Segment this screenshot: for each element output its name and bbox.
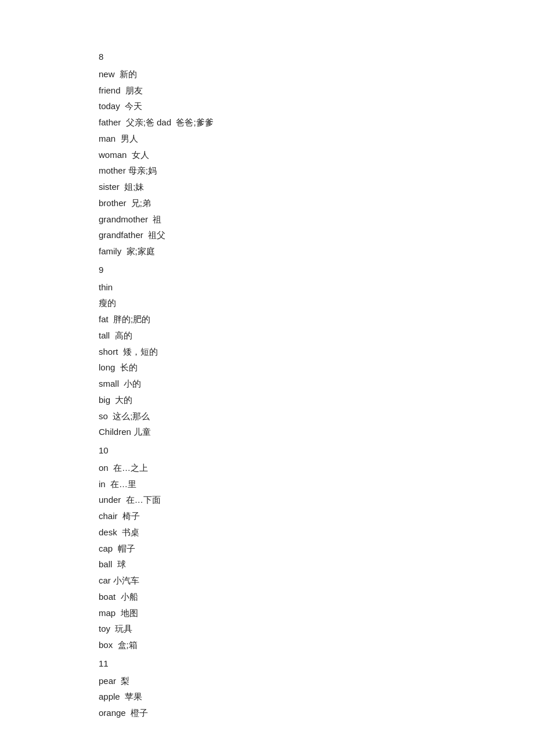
section-number-8: 8 [99,49,534,65]
vocab-line: man 男人 [99,131,534,147]
vocab-line: woman 女人 [99,147,534,163]
vocab-line: chair 椅子 [99,508,534,524]
vocab-line: boat 小船 [99,589,534,605]
vocab-line: pear 梨 [99,673,534,689]
vocab-line: Children 儿童 [99,424,534,440]
vocab-line: big 大的 [99,392,534,408]
vocab-line: desk 书桌 [99,524,534,541]
vocab-line: long 长的 [99,359,534,376]
vocab-line: cap 帽子 [99,541,534,557]
vocab-line: father 父亲;爸 dad 爸爸;爹爹 [99,114,534,131]
vocab-line: new 新的 [99,66,534,82]
vocab-line: grandmother 祖 [99,211,534,228]
vocab-line: in 在…里 [99,476,534,492]
vocab-line: ball 球 [99,556,534,573]
vocab-line: orange 橙子 [99,705,534,721]
section-number-9: 9 [99,262,534,278]
vocab-line: sister 姐;妹 [99,179,534,195]
vocab-line: short 矮，短的 [99,344,534,360]
vocab-line: box 盒;箱 [99,637,534,653]
vocab-line: fat 胖的;肥的 [99,311,534,327]
vocab-line: thin [99,279,534,296]
vocab-line: today 今天 [99,98,534,114]
vocab-line: map 地图 [99,605,534,621]
vocab-line: mother 母亲;妈 [99,163,534,179]
vocab-line: grandfather 祖父 [99,227,534,243]
section-number-10: 10 [99,442,534,459]
main-content: 8new 新的friend 朋友today 今天father 父亲;爸 dad … [99,46,534,721]
vocab-line: small 小的 [99,376,534,392]
vocab-line: car 小汽车 [99,573,534,589]
vocab-line: apple 苹果 [99,689,534,705]
vocab-line: family 家;家庭 [99,243,534,260]
vocab-line: toy 玩具 [99,621,534,637]
vocab-line: 瘦的 [99,295,534,311]
vocab-line: so 这么;那么 [99,408,534,424]
vocab-line: under 在…下面 [99,492,534,508]
vocab-line: on 在…之上 [99,460,534,476]
vocab-line: friend 朋友 [99,82,534,99]
vocab-line: tall 高的 [99,327,534,344]
section-number-11: 11 [99,656,534,672]
vocab-line: brother 兄;弟 [99,195,534,211]
